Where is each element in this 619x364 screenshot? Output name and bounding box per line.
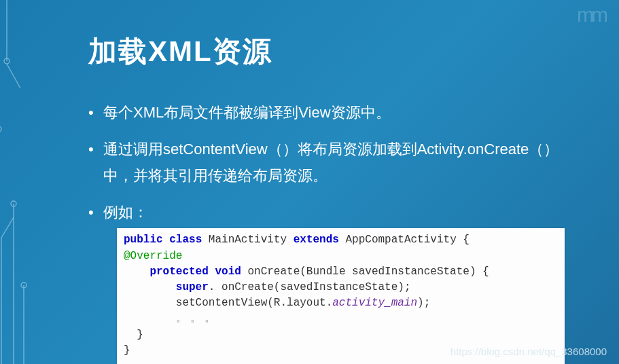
bullet-3-text: 例如： <box>103 204 148 221</box>
code-block: public class MainActivity extends AppCom… <box>117 228 565 364</box>
watermark-url: https://blog.csdn.net/qq_33608000 <box>450 346 607 357</box>
svg-point-4 <box>0 126 1 132</box>
bullet-list: 每个XML布局文件都被编译到View资源中。 通过调用setContentVie… <box>88 99 565 364</box>
slide-title: 加载XML资源 <box>88 33 565 71</box>
slide-content: 加载XML资源 每个XML布局文件都被编译到View资源中。 通过调用setCo… <box>0 0 619 364</box>
decorative-lines-left <box>0 0 34 364</box>
svg-line-2 <box>7 64 20 88</box>
decorative-top-right: mm <box>577 3 605 26</box>
bullet-item-2: 通过调用setContentView（）将布局资源加载到Activity.onC… <box>88 136 565 189</box>
bullet-item-3: 例如： public class MainActivity extends Ap… <box>88 199 565 364</box>
bullet-item-1: 每个XML布局文件都被编译到View资源中。 <box>88 99 565 126</box>
svg-line-8 <box>1 217 14 238</box>
